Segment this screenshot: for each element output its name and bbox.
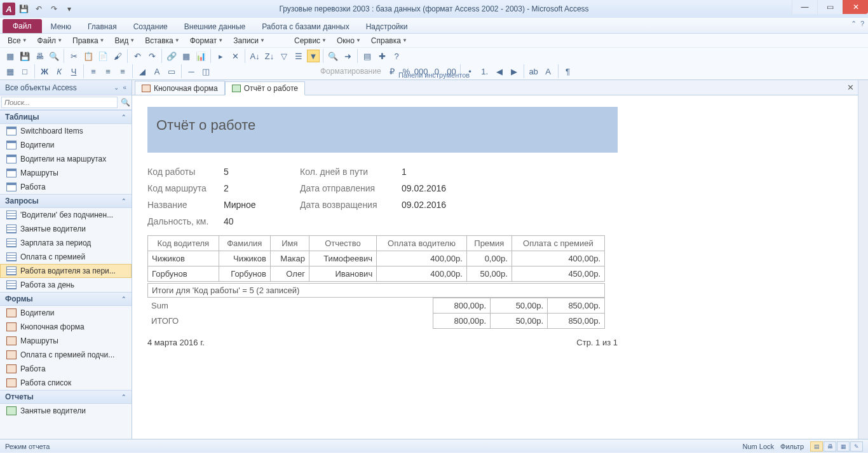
tb-help-icon[interactable]: ?	[390, 50, 403, 62]
nav-group-header[interactable]: Таблицы⌃	[0, 110, 132, 124]
view-layout-icon[interactable]: ▦	[837, 441, 850, 452]
tb-currency-icon[interactable]: ₽	[386, 65, 398, 78]
tb-paste-icon[interactable]: 📄	[97, 50, 109, 62]
tb-sort-desc-icon[interactable]: Z↓	[263, 50, 276, 62]
menu-records[interactable]: Записи▼	[228, 35, 270, 46]
nav-item[interactable]: Занятые водители	[0, 404, 132, 418]
ribbon-tab-create[interactable]: Создание	[126, 20, 175, 33]
tb-view2-icon[interactable]: ▦	[4, 65, 17, 78]
tb-new-record-icon[interactable]: ▸	[214, 50, 227, 62]
tb-undo-icon[interactable]: ↶	[131, 50, 144, 62]
nav-search-input[interactable]	[1, 97, 118, 108]
help-icon[interactable]: ?	[860, 20, 864, 28]
tb-table-icon[interactable]: ▦	[180, 50, 193, 62]
nav-item[interactable]: Кнопочная форма	[0, 320, 132, 334]
view-print-icon[interactable]: 🖶	[824, 441, 836, 452]
ribbon-tab-home[interactable]: Главная	[80, 20, 125, 33]
tb-special-effect-icon[interactable]: ◫	[200, 65, 212, 78]
nav-item[interactable]: Занятые водители	[0, 222, 132, 236]
nav-item[interactable]: 'Водители' без подчинен...	[0, 208, 132, 222]
nav-item[interactable]: Водители	[0, 306, 132, 320]
tb-sort-asc-icon[interactable]: A↓	[248, 50, 261, 62]
tb-format-painter-icon[interactable]: 🖌	[111, 50, 124, 62]
view-report-icon[interactable]: ▤	[810, 441, 823, 452]
tb-list-num-icon[interactable]: 1.	[478, 65, 491, 78]
tb-view-icon[interactable]: ▦	[4, 50, 17, 62]
ribbon-tab-dbtools[interactable]: Работа с базами данных	[254, 20, 356, 33]
view-design-icon[interactable]: ✎	[850, 441, 863, 452]
nav-item[interactable]: Работа за день	[0, 278, 132, 292]
nav-item[interactable]: Оплата с премией	[0, 250, 132, 264]
tb-bold-icon[interactable]: Ж	[38, 65, 51, 78]
tb-line-color-icon[interactable]: ▭	[165, 65, 178, 78]
tb-filter-form-icon[interactable]: ☰	[292, 50, 305, 62]
tb-align-right-icon[interactable]: ≡	[116, 65, 129, 78]
tb-text-color-icon[interactable]: A	[542, 65, 555, 78]
nav-item[interactable]: Оплата с премией подчи...	[0, 348, 132, 362]
tb-copy-icon[interactable]: 📋	[82, 50, 95, 62]
tb-filter-sel-icon[interactable]: ▽	[278, 50, 290, 62]
nav-dropdown-icon[interactable]: ⌄	[114, 84, 119, 91]
menu-window[interactable]: Окно▼	[332, 35, 366, 46]
nav-item[interactable]: Зарплата за период	[0, 236, 132, 250]
qat-save-icon[interactable]: 💾	[17, 2, 31, 16]
tb-delete-record-icon[interactable]: ✕	[229, 50, 241, 62]
tb-highlight-icon[interactable]: ab	[527, 65, 540, 78]
tb-db-window-icon[interactable]: ▤	[361, 50, 374, 62]
document-tab[interactable]: Кнопочная форма	[135, 81, 225, 95]
tb-ltr-icon[interactable]: ¶	[562, 65, 574, 78]
tb-print-icon[interactable]: 🖶	[33, 50, 46, 62]
ribbon-tab-addins[interactable]: Надстройки	[358, 20, 416, 33]
ribbon-tab-file[interactable]: Файл	[3, 19, 42, 33]
nav-group-header[interactable]: Отчеты⌃	[0, 390, 132, 404]
nav-group-header[interactable]: Запросы⌃	[0, 194, 132, 208]
menu-help[interactable]: Справка▼	[366, 35, 412, 46]
ribbon-tab-menu[interactable]: Меню	[43, 20, 79, 33]
close-button[interactable]: ✕	[843, 0, 868, 14]
nav-header[interactable]: Все объекты Access ⌄ «	[0, 80, 132, 95]
nav-item[interactable]: Работа список	[0, 376, 132, 390]
nav-item[interactable]: Работа водителя за пери...	[0, 264, 132, 278]
qat-redo-icon[interactable]: ↷	[47, 2, 61, 16]
tb-align-center-icon[interactable]: ≡	[102, 65, 114, 78]
status-filter[interactable]: Фильтр	[780, 443, 804, 450]
nav-item[interactable]: Switchboard Items	[0, 124, 132, 138]
tb-italic-icon[interactable]: К	[53, 65, 65, 78]
tb-redo-icon[interactable]: ↷	[146, 50, 158, 62]
tb-indent-icon[interactable]: ▶	[508, 65, 520, 78]
tb-new-object-icon[interactable]: ✚	[376, 50, 388, 62]
menu-edit[interactable]: Правка▼	[67, 35, 109, 46]
search-icon[interactable]: 🔍	[119, 95, 132, 109]
tb-hyperlink-icon[interactable]: 🔗	[165, 50, 178, 62]
nav-item[interactable]: Работа	[0, 180, 132, 194]
menu-file[interactable]: Файл▼	[32, 35, 67, 46]
menu-view[interactable]: Вид▼	[110, 35, 140, 46]
document-tab[interactable]: Отчёт о работе	[225, 81, 305, 95]
nav-group-header[interactable]: Формы⌃	[0, 292, 132, 306]
menu-service[interactable]: Сервис▼	[289, 35, 332, 46]
tb-preview-icon[interactable]: 🔍	[48, 50, 60, 62]
app-icon[interactable]: A	[3, 3, 15, 15]
maximize-button[interactable]: ▭	[817, 0, 843, 14]
menu-all[interactable]: Все▼	[3, 35, 32, 46]
ribbon-minimize-icon[interactable]: ⌃	[851, 20, 857, 28]
ribbon-tab-external[interactable]: Внешние данные	[177, 20, 254, 33]
close-document-icon[interactable]: ✕	[847, 83, 854, 92]
nav-item[interactable]: Водители	[0, 138, 132, 152]
nav-item[interactable]: Маршруты	[0, 334, 132, 348]
tb-save-icon[interactable]: 💾	[18, 50, 31, 62]
tb-outdent-icon[interactable]: ◀	[493, 65, 506, 78]
tb-find-icon[interactable]: 🔍	[327, 50, 339, 62]
tb-goto-icon[interactable]: ➜	[341, 50, 354, 62]
qat-undo-icon[interactable]: ↶	[32, 2, 46, 16]
tb-chart-icon[interactable]: 📊	[194, 50, 207, 62]
nav-item[interactable]: Маршруты	[0, 166, 132, 180]
tb-fill-color-icon[interactable]: ◢	[136, 65, 149, 78]
qat-customize-icon[interactable]: ▾	[62, 2, 76, 16]
nav-collapse-icon[interactable]: «	[123, 84, 126, 91]
tb-line-width-icon[interactable]: ─	[185, 65, 198, 78]
nav-item[interactable]: Водители на маршрутах	[0, 152, 132, 166]
tb-object-icon[interactable]: □	[18, 65, 31, 78]
menu-format[interactable]: Формат▼	[185, 35, 229, 46]
tb-underline-icon[interactable]: Ч	[67, 65, 80, 78]
